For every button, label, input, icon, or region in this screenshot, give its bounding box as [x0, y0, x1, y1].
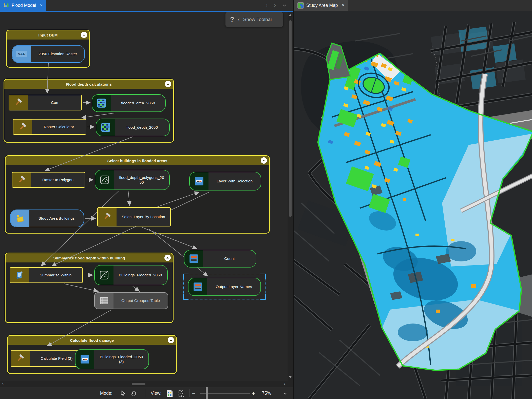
vertical-scrollbar[interactable]	[288, 12, 293, 381]
layer-selection-icon	[75, 350, 94, 369]
node-output-layer-names[interactable]: Output Layer Names	[188, 278, 261, 296]
group-title: Flood depth calculations	[66, 82, 112, 86]
close-tab-icon[interactable]: ×	[342, 3, 345, 8]
show-toolbar-label[interactable]: Show Toolbar	[243, 17, 272, 22]
hammer-icon	[98, 208, 117, 226]
node-buildings-flooded-2050-3[interactable]: Buildings_Flooded_2050 (3)	[75, 349, 149, 369]
model-view-pane: Flood Model × ‹ › Input DEM Flood depth …	[0, 0, 293, 399]
collapse-group-icon[interactable]	[165, 81, 171, 87]
scroll-left-icon[interactable]: ‹	[2, 381, 4, 386]
zoom-in-button[interactable]: +	[252, 387, 255, 399]
table-icon	[95, 293, 113, 309]
model-canvas[interactable]: Input DEM Flood depth calculations Selec…	[0, 12, 293, 381]
hscroll-thumb[interactable]	[132, 383, 145, 385]
map-icon	[297, 2, 304, 9]
mode-label: Mode:	[100, 387, 112, 399]
variable-icon: VAR	[12, 46, 31, 62]
node-flooded-area-2050[interactable]: flooded_area_2050	[92, 94, 166, 112]
group-title: Select buildngs in flooded areas	[107, 159, 167, 163]
show-toolbar-widget[interactable]: ? ‹ Show Toolbar	[225, 12, 283, 27]
select-mode-icon[interactable]	[119, 387, 128, 399]
map-tabbar: Study Area Map ×	[294, 0, 532, 11]
zoom-slider-handle[interactable]	[206, 387, 208, 399]
hammer-icon	[9, 95, 28, 110]
tab-title: Study Area Map	[306, 3, 338, 8]
collapse-group-icon[interactable]	[168, 337, 174, 343]
collapse-group-icon[interactable]	[81, 32, 87, 38]
node-buildings-flooded-2050[interactable]: Buildings_Flooded_2050	[94, 265, 168, 285]
horizontal-scrollbar[interactable]: ‹ ›	[0, 381, 293, 387]
group-title: Input DEM	[39, 33, 58, 37]
zoom-dropdown-icon[interactable]	[283, 387, 287, 399]
node-layer-with-selection[interactable]: Layer With Selection	[189, 172, 261, 191]
node-calculate-field-tool[interactable]: Calculate Field (2)	[11, 350, 84, 367]
model-tabbar: Flood Model × ‹ ›	[0, 0, 293, 11]
node-study-area-buildings[interactable]: Study Area Buildings	[10, 210, 84, 227]
node-select-layer-by-location-tool[interactable]: Select Layer By Location	[97, 207, 171, 226]
model-diagram-icon	[4, 3, 9, 8]
scroll-down-icon[interactable]	[289, 376, 292, 378]
collapse-group-icon[interactable]	[261, 157, 267, 164]
node-flood-depth-2050[interactable]: flood_depth_2050	[96, 119, 170, 136]
tab-flood-model[interactable]: Flood Model ×	[0, 0, 46, 11]
script-scroll-icon	[10, 268, 29, 282]
prev-tab-icon[interactable]: ‹	[265, 2, 267, 9]
close-tab-icon[interactable]: ×	[40, 3, 43, 8]
vscroll-thumb[interactable]	[289, 20, 292, 217]
group-title: Summarize flood depth within building	[53, 256, 125, 260]
raster-layer-icon	[96, 119, 115, 136]
pan-mode-icon[interactable]	[129, 387, 138, 399]
model-status-bar: Mode: View: − + 75%	[0, 387, 293, 399]
node-2050-elevation-raster[interactable]: VAR 2050 Elevation Raster	[12, 45, 85, 63]
map-view-pane: Study Area Map ×	[294, 0, 532, 399]
node-count[interactable]: Count	[184, 250, 256, 268]
raster-layer-icon	[92, 95, 111, 111]
view-fit-icon[interactable]	[177, 387, 186, 399]
chevron-left-icon: ‹	[238, 16, 240, 23]
tab-list-chevron-icon[interactable]	[282, 3, 287, 7]
next-tab-icon[interactable]: ›	[274, 2, 276, 9]
model-group-summarize[interactable]: Summarize flood depth within building	[5, 253, 174, 323]
values-icon	[184, 250, 203, 267]
tab-nav: ‹ ›	[265, 0, 287, 11]
hammer-icon	[12, 173, 31, 187]
feature-layer-icon	[11, 210, 29, 227]
help-icon[interactable]: ?	[230, 16, 234, 24]
polygon-output-icon	[95, 265, 113, 285]
node-con-tool[interactable]: Con	[9, 95, 82, 110]
layer-selection-icon	[190, 172, 208, 190]
node-flood-depth-polygons-2050[interactable]: flood_depth_polygons_2050	[95, 170, 170, 190]
node-raster-calculator-tool[interactable]: Raster Calculator	[13, 119, 86, 135]
zoom-out-button[interactable]: −	[192, 387, 195, 399]
tab-title: Flood Model	[12, 3, 36, 8]
group-title: Calculate flood damage	[70, 338, 114, 343]
collapse-group-icon[interactable]	[164, 255, 171, 261]
tab-study-area-map[interactable]: Study Area Map ×	[294, 0, 348, 11]
values-icon	[188, 278, 207, 295]
hammer-icon	[11, 351, 30, 366]
node-output-grouped-table[interactable]: Output Grouped Table	[94, 292, 168, 309]
view-label: View:	[151, 387, 161, 399]
view-diagram-icon[interactable]	[165, 387, 174, 399]
polygon-output-icon	[95, 170, 114, 189]
hammer-icon	[13, 120, 32, 134]
zoom-level[interactable]: 75%	[262, 387, 271, 399]
scroll-right-icon[interactable]: ›	[284, 381, 286, 386]
map-canvas[interactable]	[294, 11, 532, 399]
arcgis-pro-window: Flood Model × ‹ › Input DEM Flood depth …	[0, 0, 532, 399]
node-summarize-within-tool[interactable]: Summarize Within	[10, 267, 83, 283]
node-raster-to-polygon-tool[interactable]: Raster to Polygon	[12, 172, 85, 188]
scroll-up-icon[interactable]	[289, 14, 292, 16]
